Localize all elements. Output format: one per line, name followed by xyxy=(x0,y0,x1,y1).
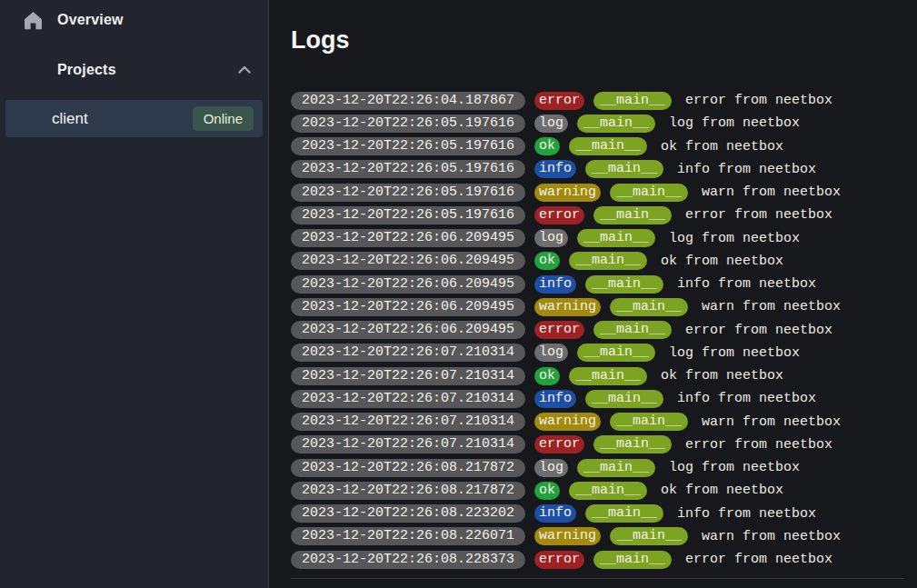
log-row: 2023-12-20T22:26:07.210314 ok __main__ o… xyxy=(291,364,904,387)
log-level-badge: info xyxy=(534,504,576,523)
log-message: log from neetbox xyxy=(669,460,800,475)
log-row: 2023-12-20T22:26:05.197616 info __main__… xyxy=(291,158,904,181)
log-message: warn from neetbox xyxy=(702,529,841,544)
log-row: 2023-12-20T22:26:06.209495 warning __mai… xyxy=(291,295,904,318)
log-series-badge: __main__ xyxy=(610,184,688,202)
projects-stack-icon xyxy=(24,61,43,80)
log-level-badge: ok xyxy=(534,137,560,155)
log-level-badge: warning xyxy=(534,184,601,202)
log-message: warn from neetbox xyxy=(702,299,841,314)
log-series-badge: __main__ xyxy=(569,367,647,385)
log-timestamp-badge: 2023-12-20T22:26:07.210314 xyxy=(291,413,525,431)
main-content: Logs 2023-12-20T22:26:04.187867 error __… xyxy=(269,0,917,588)
log-series-badge: __main__ xyxy=(585,390,663,408)
log-row: 2023-12-20T22:26:08.217872 log __main__ … xyxy=(291,456,904,479)
log-row: 2023-12-20T22:26:07.210314 log __main__ … xyxy=(291,342,904,364)
sidebar-item-projects[interactable]: Projects xyxy=(0,52,268,88)
sidebar-item-client[interactable]: client Online xyxy=(5,100,263,137)
log-level-badge: error xyxy=(534,435,584,453)
log-timestamp-badge: 2023-12-20T22:26:05.197616 xyxy=(291,115,525,133)
log-message: ok from neetbox xyxy=(661,254,783,269)
log-level-badge: ok xyxy=(534,252,560,270)
log-timestamp-badge: 2023-12-20T22:26:05.197616 xyxy=(291,160,525,178)
log-series-badge: __main__ xyxy=(577,115,655,133)
log-series-badge: __main__ xyxy=(569,252,647,270)
log-timestamp-badge: 2023-12-20T22:26:08.226071 xyxy=(291,527,525,545)
log-timestamp-badge: 2023-12-20T22:26:08.217872 xyxy=(291,459,525,477)
log-row: 2023-12-20T22:26:08.226071 warning __mai… xyxy=(291,525,904,548)
log-message: log from neetbox xyxy=(669,345,800,361)
log-timestamp-badge: 2023-12-20T22:26:07.210314 xyxy=(291,390,525,408)
chevron-up-icon[interactable] xyxy=(237,65,252,75)
log-row: 2023-12-20T22:26:06.209495 log __main__ … xyxy=(291,227,904,250)
log-timestamp-badge: 2023-12-20T22:26:06.209495 xyxy=(291,298,525,316)
log-level-badge: log xyxy=(534,229,568,247)
log-row: 2023-12-20T22:26:05.197616 warning __mai… xyxy=(291,181,904,204)
log-series-badge: __main__ xyxy=(585,275,663,294)
log-message: error from neetbox xyxy=(685,93,832,108)
log-timestamp-badge: 2023-12-20T22:26:05.197616 xyxy=(291,206,525,224)
log-row: 2023-12-20T22:26:06.209495 ok __main__ o… xyxy=(291,250,904,273)
log-message: ok from neetbox xyxy=(661,139,783,154)
log-level-badge: info xyxy=(534,160,576,178)
page-title: Logs xyxy=(291,24,904,56)
log-level-badge: warning xyxy=(534,298,601,316)
log-list: 2023-12-20T22:26:04.187867 error __main_… xyxy=(291,89,904,571)
log-row: 2023-12-20T22:26:06.209495 info __main__… xyxy=(291,273,904,295)
log-row: 2023-12-20T22:26:08.223202 info __main__… xyxy=(291,503,904,525)
log-series-badge: __main__ xyxy=(569,137,647,155)
log-series-badge: __main__ xyxy=(593,92,672,110)
log-timestamp-badge: 2023-12-20T22:26:06.209495 xyxy=(291,275,525,294)
log-message: error from neetbox xyxy=(685,323,832,338)
log-level-badge: ok xyxy=(534,367,560,385)
log-series-badge: __main__ xyxy=(593,206,672,224)
log-timestamp-badge: 2023-12-20T22:26:06.209495 xyxy=(291,252,525,270)
log-series-badge: __main__ xyxy=(585,160,663,178)
log-series-badge: __main__ xyxy=(610,413,688,431)
log-message: warn from neetbox xyxy=(702,414,841,430)
log-series-badge: __main__ xyxy=(577,459,655,477)
log-series-badge: __main__ xyxy=(585,504,663,523)
log-row: 2023-12-20T22:26:07.210314 info __main__… xyxy=(291,387,904,410)
log-timestamp-badge: 2023-12-20T22:26:08.223202 xyxy=(291,504,525,523)
log-row: 2023-12-20T22:26:05.197616 ok __main__ o… xyxy=(291,135,904,158)
log-timestamp-badge: 2023-12-20T22:26:05.197616 xyxy=(291,137,525,155)
log-timestamp-badge: 2023-12-20T22:26:08.228373 xyxy=(291,551,525,569)
log-message: info from neetbox xyxy=(677,276,816,292)
log-row: 2023-12-20T22:26:07.210314 error __main_… xyxy=(291,434,904,456)
sidebar: Overview Projects client Online xyxy=(0,0,269,588)
log-row: 2023-12-20T22:26:08.217872 ok __main__ o… xyxy=(291,479,904,502)
log-message: warn from neetbox xyxy=(702,184,841,200)
project-name: client xyxy=(52,110,88,128)
log-level-badge: error xyxy=(534,92,584,110)
log-level-badge: ok xyxy=(534,482,560,500)
log-row: 2023-12-20T22:26:05.197616 error __main_… xyxy=(291,204,904,226)
log-message: error from neetbox xyxy=(685,552,832,567)
log-level-badge: error xyxy=(534,551,584,569)
log-timestamp-badge: 2023-12-20T22:26:06.209495 xyxy=(291,321,525,339)
log-series-badge: __main__ xyxy=(593,551,672,569)
log-timestamp-badge: 2023-12-20T22:26:05.197616 xyxy=(291,184,525,202)
log-timestamp-badge: 2023-12-20T22:26:07.210314 xyxy=(291,367,525,385)
log-series-badge: __main__ xyxy=(569,482,647,500)
log-series-badge: __main__ xyxy=(577,229,655,247)
log-message: error from neetbox xyxy=(685,437,832,453)
log-message: ok from neetbox xyxy=(661,368,783,384)
log-timestamp-badge: 2023-12-20T22:26:08.217872 xyxy=(291,482,525,500)
log-series-badge: __main__ xyxy=(593,435,672,453)
log-list-divider xyxy=(291,578,904,579)
log-level-badge: error xyxy=(534,321,584,339)
log-series-badge: __main__ xyxy=(610,298,688,316)
sidebar-item-overview[interactable]: Overview xyxy=(0,2,268,38)
log-series-badge: __main__ xyxy=(610,527,688,545)
sidebar-item-label: Projects xyxy=(57,62,116,78)
log-timestamp-badge: 2023-12-20T22:26:06.209495 xyxy=(291,229,525,247)
log-message: error from neetbox xyxy=(685,207,832,223)
log-level-badge: error xyxy=(534,206,584,224)
log-timestamp-badge: 2023-12-20T22:26:07.210314 xyxy=(291,435,525,453)
log-row: 2023-12-20T22:26:08.228373 error __main_… xyxy=(291,548,904,571)
log-row: 2023-12-20T22:26:04.187867 error __main_… xyxy=(291,89,904,112)
status-badge: Online xyxy=(193,106,254,131)
home-icon xyxy=(24,11,43,30)
log-message: info from neetbox xyxy=(677,162,816,177)
